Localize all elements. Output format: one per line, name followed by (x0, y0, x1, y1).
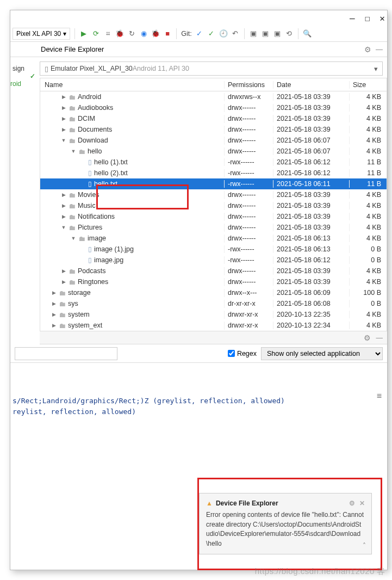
stop-icon[interactable]: ■ (163, 29, 172, 38)
vcs-rollback-icon[interactable]: ↶ (231, 29, 240, 38)
date: 2021-05-18 06:07 (273, 137, 350, 144)
table-row[interactable]: ▼🖿Downloaddrwx------2021-05-18 06:074 KB (40, 135, 387, 146)
expand-icon[interactable]: ▶ (61, 279, 66, 285)
table-row[interactable]: ▶🖿sysdr-xr-xr-x2021-05-18 06:080 B (40, 298, 387, 309)
hide-panel-button[interactable]: — (376, 45, 383, 53)
expand-icon[interactable]: ▶ (61, 116, 66, 121)
search-icon[interactable]: 🔍 (303, 29, 312, 38)
regex-checkbox[interactable]: Regex (228, 350, 257, 357)
device-selector[interactable]: ▯ Emulator Pixel_XL_API_30 Android 11, A… (40, 61, 383, 76)
table-row[interactable]: ▼🖿Picturesdrwx------2021-05-18 03:394 KB (40, 222, 387, 233)
table-row[interactable]: ▶🖿Notificationsdrwx------2021-05-18 03:3… (40, 211, 387, 222)
expand-icon[interactable]: ▶ (61, 192, 66, 198)
permissions: -rwx------ (225, 256, 273, 264)
sdk-icon[interactable]: ▣ (261, 29, 270, 38)
folder-icon: 🖿 (69, 93, 76, 101)
date: 2021-05-18 06:09 (273, 289, 350, 297)
resource-icon[interactable]: ▣ (273, 29, 282, 38)
table-row[interactable]: ▶🖿Moviesdrwx------2021-05-18 03:394 KB (40, 189, 387, 200)
folder-icon: 🖿 (59, 322, 66, 330)
gear-icon[interactable]: ⚙ (364, 334, 371, 342)
minimize-button[interactable]: — (350, 13, 355, 23)
table-row[interactable]: ▶🖿Androiddrwxrws--x2021-05-18 03:394 KB (40, 91, 387, 102)
more-debug-icon[interactable]: 🐞 (151, 29, 160, 38)
apply-changes-icon[interactable]: ⟳ (91, 29, 100, 38)
regex-check-input[interactable] (228, 350, 235, 357)
profile-icon[interactable]: ↻ (127, 29, 136, 38)
table-row[interactable]: ▶🖿DCIMdrwx------2021-05-18 03:394 KB (40, 113, 387, 124)
table-row[interactable]: ▼🖿hellodrwx------2021-05-18 06:074 KB (40, 146, 387, 157)
expand-icon[interactable]: ▼ (71, 236, 76, 241)
maximize-button[interactable]: ☐ (365, 13, 370, 23)
avd-icon[interactable]: ▣ (249, 29, 258, 38)
vcs-update-icon[interactable]: ✓ (195, 29, 204, 38)
table-row[interactable]: ▼🖿imagedrwx------2021-05-18 06:134 KB (40, 233, 387, 244)
vcs-commit-icon[interactable]: ✓ (207, 29, 216, 38)
size: 4 KB (350, 213, 387, 220)
table-row[interactable]: ▶🖿Musicdrwx------2021-05-18 03:394 KB (40, 200, 387, 211)
debug-icon[interactable]: ⌗ (103, 29, 112, 38)
hide-button[interactable]: — (376, 334, 383, 342)
col-name[interactable]: Name (40, 81, 225, 89)
permissions: -rwx------ (225, 245, 273, 253)
table-row[interactable]: ▯hello.txt-rwx------2021-05-18 06:1111 B (40, 178, 387, 189)
panel-title: Device File Explorer (15, 45, 364, 53)
expand-icon[interactable]: ▶ (51, 323, 57, 328)
size: 4 KB (350, 267, 387, 275)
col-size[interactable]: Size (350, 81, 387, 89)
phone-icon: ▯ (45, 65, 48, 73)
size: 4 KB (350, 104, 387, 112)
date: 2021-05-18 06:07 (273, 147, 350, 155)
expand-icon[interactable]: ▶ (61, 268, 66, 274)
vcs-history-icon[interactable]: 🕘 (219, 29, 228, 38)
table-row[interactable]: ▶🖿storagedrwx--x---2021-05-18 06:09100 B (40, 287, 387, 298)
table-row[interactable]: ▯image.jpg-rwx------2021-05-18 06:120 B (40, 255, 387, 266)
expand-icon[interactable]: ▶ (51, 312, 57, 317)
expand-icon[interactable]: ▶ (51, 290, 57, 295)
run-config-dropdown[interactable]: Pixel XL API 30 ▾ (13, 28, 70, 40)
table-row[interactable]: ▯hello (1).txt-rwx------2021-05-18 06:12… (40, 157, 387, 168)
table-row[interactable]: ▯hello (2).txt-rwx------2021-05-18 06:12… (40, 168, 387, 178)
notification-popup[interactable]: ▲ Device File Explorer ⚙ ✕ Error opening… (199, 493, 372, 554)
size: 4 KB (350, 115, 387, 122)
permissions: drwx------ (225, 191, 273, 199)
run-icon[interactable]: ▶ (79, 29, 88, 38)
expand-icon[interactable]: ▶ (61, 105, 66, 110)
date: 2021-05-18 03:39 (273, 191, 350, 199)
close-icon[interactable]: ✕ (359, 499, 365, 508)
file-name: Download (78, 137, 108, 144)
size: 4 KB (350, 126, 387, 133)
expand-icon[interactable]: ▶ (51, 301, 57, 306)
expand-icon[interactable]: ▼ (61, 225, 66, 230)
folder-icon: 🖿 (69, 278, 76, 286)
expand-icon[interactable]: ▶ (61, 203, 66, 208)
gear-icon[interactable]: ⚙ (364, 45, 371, 54)
expand-icon[interactable]: ▶ (61, 127, 66, 132)
attach-icon[interactable]: ◉ (139, 29, 148, 38)
gear-icon[interactable]: ⚙ (349, 499, 355, 508)
table-row[interactable]: ▶🖿Podcastsdrwx------2021-05-18 03:394 KB (40, 266, 387, 276)
date: 2020-10-13 22:34 (273, 322, 350, 329)
soft-wrap-icon[interactable]: ≡ (377, 391, 382, 401)
table-row[interactable]: ▯image (1).jpg-rwx------2021-05-18 06:13… (40, 244, 387, 255)
table-row[interactable]: ▶🖿systemdrwxr-xr-x2020-10-13 22:354 KB (40, 309, 387, 320)
table-row[interactable]: ▶🖿system_extdrwxr-xr-x2020-10-13 22:344 … (40, 320, 387, 331)
table-row[interactable]: ▶🖿Documentsdrwx------2021-05-18 03:394 K… (40, 124, 387, 135)
file-name: system_ext (68, 322, 102, 329)
sync-icon[interactable]: ⟲ (285, 29, 294, 38)
coverage-icon[interactable]: 🐞 (115, 29, 124, 38)
close-button[interactable]: ✕ (379, 13, 385, 23)
expand-icon[interactable]: ▼ (71, 149, 76, 154)
table-row[interactable]: ▶🖿Ringtonesdrwx------2021-05-18 03:394 K… (40, 276, 387, 287)
expand-icon[interactable]: ▼ (61, 138, 66, 143)
collapse-icon[interactable]: ˄ (363, 541, 366, 551)
col-date[interactable]: Date (273, 81, 350, 89)
table-row[interactable]: ▶🖿Audiobooksdrwx------2021-05-18 03:394 … (40, 102, 387, 113)
col-permissions[interactable]: Permissions (225, 81, 273, 89)
filter-select[interactable]: Show only selected application (261, 347, 383, 360)
text-fragment: sign (10, 65, 39, 72)
expand-icon[interactable]: ▶ (61, 214, 66, 219)
date: 2020-10-13 22:35 (273, 311, 350, 318)
filter-input[interactable] (15, 347, 117, 360)
expand-icon[interactable]: ▶ (61, 94, 66, 100)
